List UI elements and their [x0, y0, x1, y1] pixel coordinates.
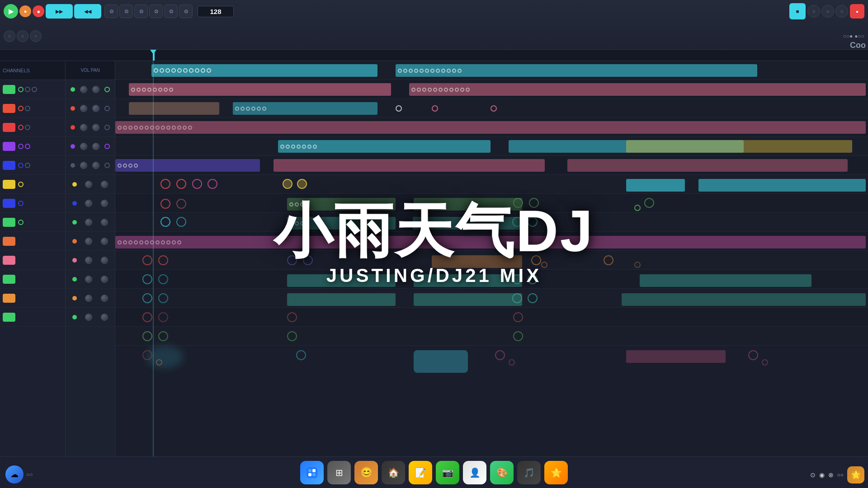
channel-item-9[interactable] [0, 232, 65, 251]
midi-block-5-3[interactable] [626, 140, 852, 153]
vol-knob-3[interactable] [80, 124, 87, 131]
ch-btn-4[interactable] [104, 144, 110, 149]
vol-knob-1[interactable] [80, 86, 87, 93]
vol-knob-12[interactable] [85, 295, 92, 302]
channel-item-2[interactable] [0, 99, 65, 118]
midi-block-9-1[interactable] [287, 217, 396, 230]
ch-color-5[interactable] [3, 161, 15, 170]
taskbar-home[interactable]: 🏠 [382, 461, 405, 484]
taskbar-avatar[interactable]: 😊 [354, 461, 378, 484]
piano-roll-area[interactable] [115, 61, 868, 456]
vol-knob-4[interactable] [80, 143, 87, 150]
vol-knob-9[interactable] [85, 238, 92, 245]
midi-block-13-1[interactable] [287, 293, 396, 306]
vol-knob-2[interactable] [80, 105, 87, 112]
midi-block-13-3[interactable] [622, 293, 866, 306]
channel-item-5[interactable] [0, 156, 65, 175]
channel-item-1[interactable] [0, 80, 65, 99]
midi-block-6-1[interactable] [115, 159, 260, 172]
pan-knob-4[interactable] [92, 143, 99, 150]
taskbar-finder[interactable] [300, 461, 324, 484]
play-btn[interactable]: ▶▶ [46, 4, 73, 19]
ch-color-11[interactable] [3, 275, 15, 284]
ch-btn-1[interactable] [104, 87, 110, 92]
toolbar-btn-3[interactable]: ⊙ [134, 5, 148, 18]
red-indicator[interactable]: ● [850, 4, 864, 19]
ch-color-4[interactable] [3, 142, 15, 151]
pan-knob-13[interactable] [101, 314, 108, 321]
midi-block-11-1[interactable] [432, 255, 522, 268]
midi-block-1-2[interactable] [396, 64, 757, 77]
taskbar-launchpad[interactable]: ⊞ [327, 461, 351, 484]
ch-color-13[interactable] [3, 313, 15, 322]
toolbar-btn-5[interactable]: ⊙ [164, 5, 178, 18]
toolbar-btn-2[interactable]: ⊙ [119, 5, 133, 18]
ch-color-7[interactable] [3, 199, 15, 208]
midi-block-10-1[interactable] [115, 236, 866, 249]
pan-knob-1[interactable] [92, 86, 99, 93]
vol-knob-11[interactable] [85, 276, 92, 283]
accent-cyan-btn[interactable]: ■ [789, 3, 806, 19]
cyan-block-bottom[interactable] [414, 350, 468, 373]
vol-knob-5[interactable] [80, 162, 87, 169]
channel-item-3[interactable] [0, 118, 65, 137]
pan-knob-11[interactable] [101, 276, 108, 283]
midi-block-2-1[interactable] [129, 83, 391, 96]
taskbar-facetime[interactable]: 📷 [436, 461, 459, 484]
vol-knob-8[interactable] [85, 219, 92, 226]
ch-btn-5[interactable] [104, 163, 110, 168]
taskbar-multicolor[interactable]: 🎨 [490, 461, 514, 484]
ch-btn-2[interactable] [104, 106, 110, 111]
midi-block-12-2[interactable] [414, 274, 522, 287]
channel-item-6[interactable] [0, 175, 65, 194]
channel-item-4[interactable] [0, 137, 65, 156]
midi-block-3-1[interactable] [129, 102, 219, 115]
midi-block-4-1[interactable] [115, 121, 866, 134]
r-btn-3[interactable]: ○ [835, 5, 848, 18]
taskbar-music[interactable]: 🎵 [517, 461, 541, 484]
midi-block-13-2[interactable] [414, 293, 522, 306]
ch-color-2[interactable] [3, 104, 15, 113]
channel-item-7[interactable] [0, 194, 65, 213]
pan-knob-2[interactable] [92, 105, 99, 112]
midi-block-8-1[interactable] [287, 198, 396, 211]
channel-item-12[interactable] [0, 289, 65, 308]
taskbar-notes[interactable]: 📝 [409, 461, 432, 484]
knob-2[interactable]: ○ [17, 30, 28, 42]
knob-3[interactable]: ○ [30, 30, 42, 42]
toolbar-btn-6[interactable]: ⊙ [179, 5, 193, 18]
midi-block-5-1[interactable] [278, 140, 491, 153]
ch-color-3[interactable] [3, 123, 15, 132]
ch-color-6[interactable] [3, 180, 15, 189]
midi-block-12-1[interactable] [287, 274, 396, 287]
vol-knob-10[interactable] [85, 257, 92, 264]
r-btn-1[interactable]: ○ [807, 5, 820, 18]
vol-knob-13[interactable] [85, 314, 92, 321]
knob-1[interactable]: ○ [4, 30, 15, 42]
play-btn2[interactable]: ◀◀ [74, 4, 101, 19]
stop-button[interactable]: ■ [33, 5, 44, 17]
power-button[interactable]: ▶ [4, 4, 18, 19]
toolbar-btn-4[interactable]: ⊙ [149, 5, 163, 18]
pan-knob-5[interactable] [92, 162, 99, 169]
toolbar-btn-1[interactable]: ⊙ [104, 5, 118, 18]
ch-color-10[interactable] [3, 256, 15, 265]
ch-color-12[interactable] [3, 294, 15, 303]
vol-knob-6[interactable] [85, 181, 92, 188]
r-btn-2[interactable]: ○ [821, 5, 834, 18]
midi-block-6-2[interactable] [274, 159, 545, 172]
channel-item-10[interactable] [0, 251, 65, 270]
ch-color-8[interactable] [3, 218, 15, 227]
midi-block-9-2[interactable] [413, 217, 521, 230]
pan-knob-10[interactable] [101, 257, 108, 264]
midi-block-7-3[interactable] [698, 179, 866, 192]
vol-knob-7[interactable] [85, 200, 92, 207]
ch-color-1[interactable] [3, 85, 15, 94]
right-app-icon[interactable]: 🌟 [847, 466, 864, 483]
channel-item-13[interactable] [0, 308, 65, 327]
midi-block-12-3[interactable] [640, 274, 811, 287]
channel-item-11[interactable] [0, 270, 65, 289]
pan-knob-12[interactable] [101, 295, 108, 302]
taskbar-game[interactable]: ⭐ [544, 461, 568, 484]
pan-knob-7[interactable] [101, 200, 108, 207]
